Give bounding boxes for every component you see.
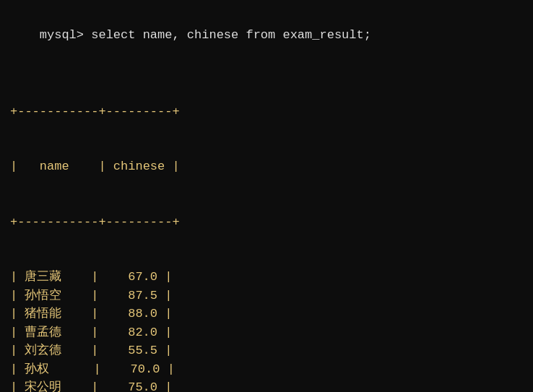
terminal-window: mysql> select name, chinese from exam_re… <box>10 7 523 392</box>
table-row: | 孙悟空 | 87.5 | <box>10 287 523 305</box>
table-rows: | 唐三藏 | 67.0 || 孙悟空 | 87.5 || 猪悟能 | 88.0… <box>10 268 523 392</box>
command-line: mysql> select name, chinese from exam_re… <box>10 7 523 63</box>
table-container: +-----------+---------+ | name | chinese… <box>10 66 523 393</box>
table-row: | 唐三藏 | 67.0 | <box>10 268 523 287</box>
table-row: | 宋公明 | 75.0 | <box>10 378 523 392</box>
table-row: | 刘玄德 | 55.5 | <box>10 341 523 360</box>
table-header: | name | chinese | <box>10 157 523 176</box>
table-row: | 曹孟德 | 82.0 | <box>10 323 523 342</box>
table-row: | 孙权 | 70.0 | <box>10 360 523 379</box>
separator-top: +-----------+---------+ <box>10 103 523 121</box>
separator-mid: +-----------+---------+ <box>10 213 523 232</box>
command-text: mysql> select name, chinese from exam_re… <box>40 28 371 42</box>
table-row: | 猪悟能 | 88.0 | <box>10 305 523 323</box>
